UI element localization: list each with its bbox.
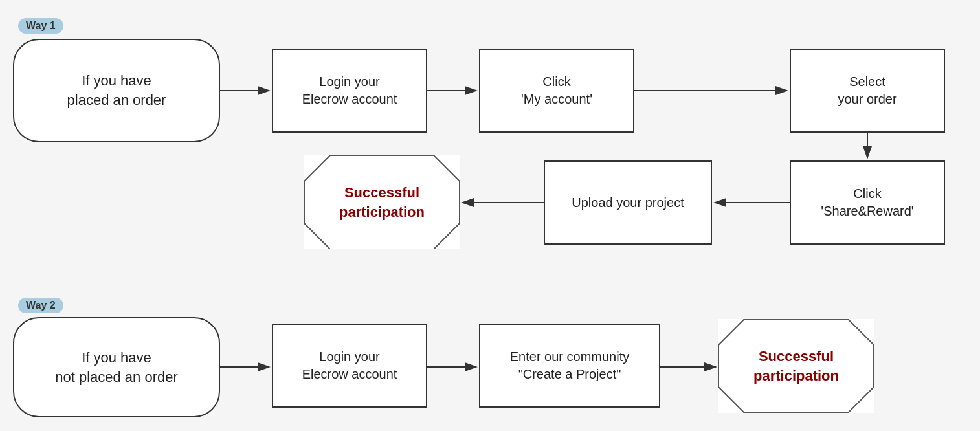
way2-start-label: If you havenot placed an order (55, 348, 178, 386)
way1-step2-label: Click'My account' (521, 73, 592, 108)
way2-badge: Way 2 (18, 298, 63, 313)
way1-step3: Selectyour order (790, 49, 945, 133)
way1-step2: Click'My account' (479, 49, 634, 133)
diagram: Way 1 If you haveplaced an order Login y… (0, 0, 980, 431)
way1-step4: Click'Share&Reward' (790, 160, 945, 245)
way1-step5: Upload your project (544, 160, 712, 245)
way1-success: Successfulparticipation (304, 155, 460, 249)
way1-step4-label: Click'Share&Reward' (821, 185, 913, 220)
way2-step2: Enter our community"Create a Project" (479, 324, 660, 408)
way1-badge: Way 1 (18, 18, 63, 34)
way2-step2-label: Enter our community"Create a Project" (510, 348, 630, 383)
way2-step1: Login yourElecrow account (272, 324, 427, 408)
way2-success-label: Successfulparticipation (753, 347, 839, 385)
way1-start-node: If you haveplaced an order (13, 39, 220, 142)
way1-step3-label: Selectyour order (838, 73, 896, 108)
way1-step5-label: Upload your project (572, 194, 684, 212)
way1-step1-label: Login yourElecrow account (302, 73, 397, 108)
way1-start-label: If you haveplaced an order (67, 71, 166, 109)
way2-success: Successfulparticipation (718, 319, 874, 413)
way1-success-label: Successfulparticipation (339, 183, 425, 221)
way2-start-node: If you havenot placed an order (13, 317, 220, 417)
way1-step1: Login yourElecrow account (272, 49, 427, 133)
way2-step1-label: Login yourElecrow account (302, 348, 397, 383)
